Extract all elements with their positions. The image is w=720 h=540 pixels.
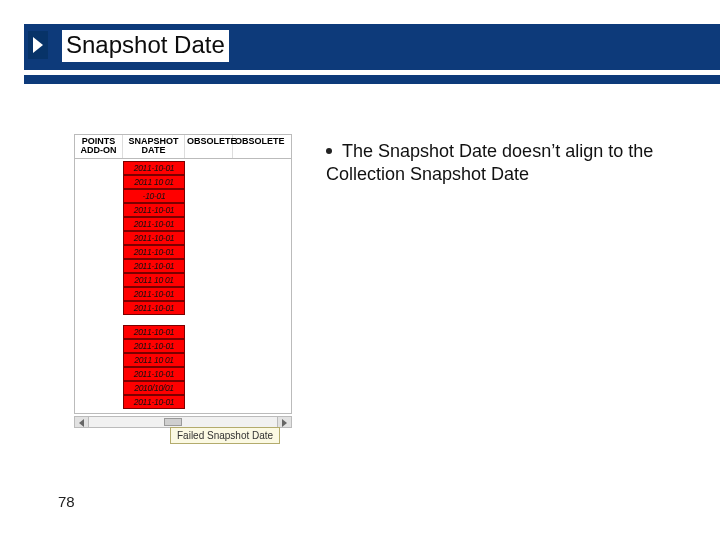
table-row: 2011-10-01 [75, 231, 291, 245]
table-row: 2011-10-01 [75, 161, 291, 175]
table-gap [75, 315, 291, 325]
scroll-track[interactable] [89, 417, 277, 427]
table-row: 2010/10/01 [75, 381, 291, 395]
table-header-row: POINTS ADD-ON SNAPSHOT DATE OBSOLETE OBS… [74, 134, 292, 159]
table-row: 2011-10-01 [75, 301, 291, 315]
table-row: 2011-10-01 [75, 259, 291, 273]
col-header: OBSOLETE [233, 135, 281, 158]
col-header: POINTS ADD-ON [75, 135, 123, 158]
table-body: 2011-10-01 2011 10 01 -10-01 2011-10-01 … [74, 159, 292, 414]
bullet-text: The Snapshot Date doesn’t align to the C… [326, 141, 653, 184]
title-underline [24, 75, 720, 84]
page-number: 78 [58, 493, 75, 510]
bullet-point: The Snapshot Date doesn’t align to the C… [326, 140, 686, 185]
table-row: 2011 10 01 [75, 353, 291, 367]
tooltip: Failed Snapshot Date [170, 427, 280, 444]
bullet-icon [326, 148, 332, 154]
table-screenshot: POINTS ADD-ON SNAPSHOT DATE OBSOLETE OBS… [74, 134, 292, 428]
table-row: 2011-10-01 [75, 325, 291, 339]
scroll-thumb[interactable] [164, 418, 182, 426]
table-row: 2011 10 01 [75, 273, 291, 287]
title-marker-icon [28, 31, 48, 59]
table-row: 2011-10-01 [75, 339, 291, 353]
table-row: 2011-10-01 [75, 395, 291, 409]
table-row: 2011-10-01 [75, 245, 291, 259]
scroll-left-icon[interactable] [75, 417, 89, 427]
table-row: -10-01 [75, 189, 291, 203]
table-row: 2011 10 01 [75, 175, 291, 189]
col-header: SNAPSHOT DATE [123, 135, 185, 158]
page-title: Snapshot Date [62, 30, 229, 62]
scroll-right-icon[interactable] [277, 417, 291, 427]
table-row: 2011-10-01 [75, 287, 291, 301]
table-row: 2011-10-01 [75, 203, 291, 217]
table-row: 2011-10-01 [75, 367, 291, 381]
col-header: OBSOLETE [185, 135, 233, 158]
table-row: 2011-10-01 [75, 217, 291, 231]
